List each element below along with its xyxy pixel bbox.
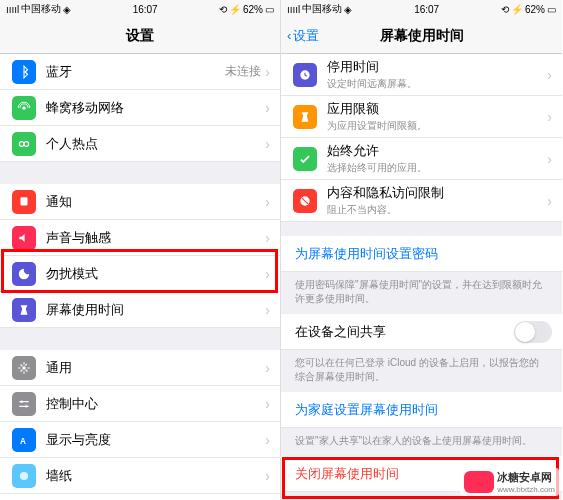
time-label: 16:07 bbox=[414, 4, 439, 15]
always-icon bbox=[293, 147, 317, 171]
svg-point-1 bbox=[19, 141, 24, 146]
row-share[interactable]: 在设备之间共享 bbox=[281, 314, 562, 350]
battery-label: 62% bbox=[243, 4, 263, 15]
chevron-right-icon: › bbox=[265, 230, 270, 246]
wifi-icon: ◈ bbox=[63, 4, 71, 15]
row-always[interactable]: 始终允许选择始终可用的应用。 › bbox=[281, 138, 562, 180]
row-notifications[interactable]: 通知 › bbox=[0, 184, 280, 220]
chevron-right-icon: › bbox=[265, 432, 270, 448]
nav-bar: ‹设置 屏幕使用时间 bbox=[281, 18, 562, 54]
chevron-right-icon: › bbox=[547, 151, 552, 167]
row-label: 蓝牙 bbox=[46, 63, 225, 81]
display-icon: A bbox=[12, 428, 36, 452]
row-hotspot[interactable]: 个人热点 › bbox=[0, 126, 280, 162]
row-display[interactable]: A 显示与亮度 › bbox=[0, 422, 280, 458]
svg-text:A: A bbox=[20, 436, 26, 445]
row-sounds[interactable]: 声音与触感 › bbox=[0, 220, 280, 256]
row-sublabel: 为应用设置时间限额。 bbox=[327, 119, 547, 133]
battery-icon: ▭ bbox=[265, 4, 274, 15]
chevron-right-icon: › bbox=[265, 396, 270, 412]
row-label: 显示与亮度 bbox=[46, 431, 265, 449]
battery-label: 62% bbox=[525, 4, 545, 15]
row-siri[interactable]: Siri 与搜索 › bbox=[0, 494, 280, 500]
row-label: 始终允许 bbox=[327, 142, 547, 160]
row-label: 通用 bbox=[46, 359, 265, 377]
row-bluetooth[interactable]: 蓝牙 未连接 › bbox=[0, 54, 280, 90]
svg-rect-3 bbox=[21, 197, 28, 205]
row-label: 蜂窝移动网络 bbox=[46, 99, 265, 117]
cellular-icon bbox=[12, 96, 36, 120]
page-title: 屏幕使用时间 bbox=[380, 27, 464, 45]
screentime-list[interactable]: 停用时间设定时间远离屏幕。 › 应用限额为应用设置时间限额。 › 始终允许选择始… bbox=[281, 54, 562, 500]
row-wallpaper[interactable]: 墙纸 › bbox=[0, 458, 280, 494]
row-controlcenter[interactable]: 控制中心 › bbox=[0, 386, 280, 422]
signal-icon: ııııl bbox=[287, 4, 300, 15]
row-dnd[interactable]: 勿扰模式 › bbox=[0, 256, 280, 292]
general-icon bbox=[12, 356, 36, 380]
row-label: 屏幕使用时间 bbox=[46, 301, 265, 319]
settings-screen: ııııl中国移动◈ 16:07 ⟲⚡62%▭ 设置 蓝牙 未连接 › 蜂窝移动… bbox=[0, 0, 281, 500]
carrier-label: 中国移动 bbox=[21, 2, 61, 16]
row-label: 通知 bbox=[46, 193, 265, 211]
controlcenter-icon bbox=[12, 392, 36, 416]
svg-point-4 bbox=[22, 366, 26, 370]
chevron-left-icon: ‹ bbox=[287, 28, 291, 43]
family-note: 设置"家人共享"以在家人的设备上使用屏幕使用时间。 bbox=[281, 428, 562, 456]
passcode-note: 使用密码保障"屏幕使用时间"的设置，并在达到限额时允许更多使用时间。 bbox=[281, 272, 562, 314]
chevron-right-icon: › bbox=[547, 193, 552, 209]
share-toggle[interactable] bbox=[514, 321, 552, 343]
row-label: 个人热点 bbox=[46, 135, 265, 153]
row-label: 为家庭设置屏幕使用时间 bbox=[295, 401, 552, 419]
row-label: 应用限额 bbox=[327, 100, 547, 118]
rotation-lock-icon: ⟲ bbox=[219, 4, 227, 15]
status-bar: ııııl中国移动◈ 16:07 ⟲⚡62%▭ bbox=[281, 0, 562, 18]
row-label: 声音与触感 bbox=[46, 229, 265, 247]
row-screentime[interactable]: 屏幕使用时间 › bbox=[0, 292, 280, 328]
carrier-label: 中国移动 bbox=[302, 2, 342, 16]
notifications-icon bbox=[12, 190, 36, 214]
chevron-right-icon: › bbox=[265, 302, 270, 318]
hotspot-icon bbox=[12, 132, 36, 156]
svg-point-2 bbox=[24, 141, 29, 146]
svg-point-0 bbox=[22, 106, 26, 110]
row-sublabel: 设定时间远离屏幕。 bbox=[327, 77, 547, 91]
row-value: 未连接 bbox=[225, 63, 261, 80]
row-label: 为屏幕使用时间设置密码 bbox=[295, 245, 552, 263]
chevron-right-icon: › bbox=[547, 67, 552, 83]
row-family[interactable]: 为家庭设置屏幕使用时间 bbox=[281, 392, 562, 428]
applimits-icon bbox=[293, 105, 317, 129]
wallpaper-icon bbox=[12, 464, 36, 488]
bluetooth-icon bbox=[12, 60, 36, 84]
row-label: 在设备之间共享 bbox=[295, 323, 514, 341]
status-bar: ııııl中国移动◈ 16:07 ⟲⚡62%▭ bbox=[0, 0, 280, 18]
row-general[interactable]: 通用 › bbox=[0, 350, 280, 386]
back-label: 设置 bbox=[293, 27, 319, 45]
row-downtime[interactable]: 停用时间设定时间远离屏幕。 › bbox=[281, 54, 562, 96]
downtime-icon bbox=[293, 63, 317, 87]
signal-icon: ııııl bbox=[6, 4, 19, 15]
screentime-icon bbox=[12, 298, 36, 322]
row-passcode[interactable]: 为屏幕使用时间设置密码 bbox=[281, 236, 562, 272]
rotation-lock-icon: ⟲ bbox=[501, 4, 509, 15]
nav-bar: 设置 bbox=[0, 18, 280, 54]
row-content[interactable]: 内容和隐私访问限制阻止不当内容。 › bbox=[281, 180, 562, 222]
share-note: 您可以在任何已登录 iCloud 的设备上启用，以报告您的综合屏幕使用时间。 bbox=[281, 350, 562, 392]
time-label: 16:07 bbox=[133, 4, 158, 15]
chevron-right-icon: › bbox=[265, 64, 270, 80]
row-sublabel: 选择始终可用的应用。 bbox=[327, 161, 547, 175]
row-label: 控制中心 bbox=[46, 395, 265, 413]
svg-point-8 bbox=[20, 471, 28, 479]
row-label: 停用时间 bbox=[327, 58, 547, 76]
chevron-right-icon: › bbox=[265, 100, 270, 116]
content-icon bbox=[293, 189, 317, 213]
chevron-right-icon: › bbox=[265, 360, 270, 376]
back-button[interactable]: ‹设置 bbox=[287, 27, 319, 45]
row-applimits[interactable]: 应用限额为应用设置时间限额。 › bbox=[281, 96, 562, 138]
row-cellular[interactable]: 蜂窝移动网络 › bbox=[0, 90, 280, 126]
row-label: 关闭屏幕使用时间 bbox=[295, 465, 552, 483]
settings-list[interactable]: 蓝牙 未连接 › 蜂窝移动网络 › 个人热点 › 通知 › bbox=[0, 54, 280, 500]
row-turnoff[interactable]: 关闭屏幕使用时间 bbox=[281, 456, 562, 492]
chevron-right-icon: › bbox=[547, 109, 552, 125]
dnd-icon bbox=[12, 262, 36, 286]
chevron-right-icon: › bbox=[265, 194, 270, 210]
